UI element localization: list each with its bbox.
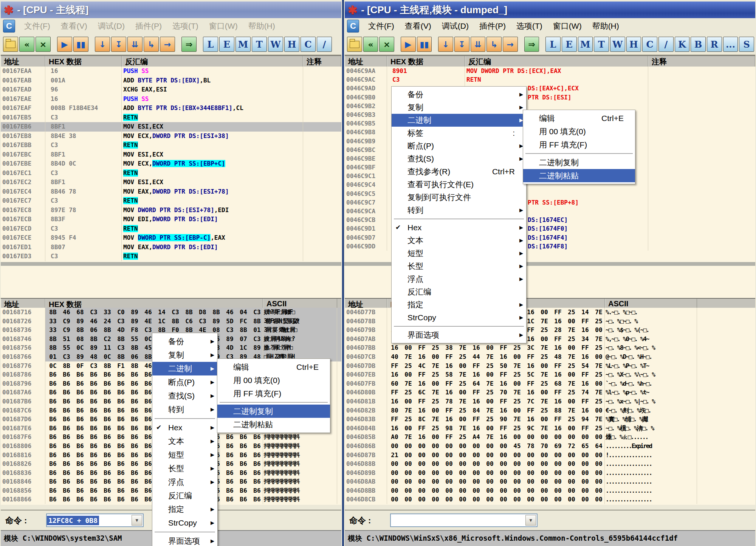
menubar-item[interactable]: 窗口(W)	[209, 21, 238, 31]
toolbar-animate-into-button[interactable]: ⇊	[127, 37, 143, 52]
disasm-row[interactable]: 00167EB68BF1MOV ESI,ECX	[1, 122, 341, 132]
dump-row[interactable]: 001687168B4668C333C0894614C38BD88B4604C3…	[1, 308, 341, 317]
disasm-row[interactable]: 0046C9ACC3RETN	[345, 75, 755, 84]
context-menu-item[interactable]: 查找(S)▶	[152, 389, 217, 403]
toolbar-letter-button[interactable]: M	[578, 37, 593, 52]
disasm-row[interactable]: 00167ECDC3RETN	[1, 224, 341, 234]
menubar-item[interactable]: 选项(T)	[516, 21, 542, 31]
disasm-row[interactable]: 00167ED18B07MOV EAX,DWORD PTR DS:[EDI]	[1, 243, 341, 252]
disasm-row[interactable]: 00167EAB001AADD BYTE PTR DS:[EDX],BL	[1, 76, 341, 85]
toolbar-letter-button[interactable]: K	[675, 37, 690, 52]
menubar-item[interactable]: 选项(T)	[172, 21, 198, 31]
context-menu-item[interactable]: 反汇编	[152, 489, 217, 503]
menubar-item[interactable]: 帮助(H)	[592, 21, 619, 31]
context-menu-item[interactable]: Hex✔▶	[392, 221, 526, 234]
dropdown-arrow-icon[interactable]: ▼	[132, 515, 142, 526]
toolbar-letter-button[interactable]: /	[658, 37, 674, 52]
disasm-row[interactable]: 00167ECB8B3FMOV EDI,DWORD PTR DS:[EDI]	[1, 215, 341, 224]
context-menu-item[interactable]: Hex✔▶	[152, 421, 217, 434]
dump-row[interactable]: 0046D87B21000000000000000000000000000000…	[345, 451, 755, 460]
context-menu-item[interactable]: 复制▶	[392, 101, 526, 114]
context-menu-item[interactable]: 二进制▶	[152, 362, 217, 375]
toolbar-letter-button[interactable]: ...	[723, 37, 738, 52]
dump-row[interactable]: 0046D7FB607E1600FF25647E1600FF25687E1600…	[345, 379, 755, 388]
context-menu-item[interactable]: 断点(P)▶	[392, 140, 526, 152]
dump-row[interactable]: 0016872633C9894624C3894E1C8BC6C3895DFC8B…	[1, 317, 341, 326]
menubar-item[interactable]: 调试(D)	[442, 21, 469, 31]
dump-row[interactable]: 0046D8BB00000000000000000000000000000000…	[345, 486, 755, 495]
toolbar-step-over-button[interactable]: ↧	[111, 37, 126, 52]
context-menu-item[interactable]: 界面选项▶	[392, 329, 526, 341]
context-menu-item[interactable]: 编辑Ctrl+E	[523, 112, 635, 125]
toolbar-letter-button[interactable]: T	[252, 37, 267, 52]
toolbar-pause-button[interactable]: ▮▮	[73, 37, 88, 52]
menubar-item[interactable]: 文件(F)	[368, 21, 394, 31]
context-menu-item[interactable]: 二进制粘贴	[217, 418, 330, 431]
menubar-item[interactable]: 文件(F)	[24, 21, 50, 31]
toolbar-letter-button[interactable]: E	[219, 37, 234, 52]
context-menu-item[interactable]: 指定▶	[152, 503, 217, 516]
context-menu-item[interactable]: 二进制复制	[217, 405, 330, 418]
toolbar-letter-button[interactable]: E	[562, 37, 577, 52]
disasm-row[interactable]: 00167EC1C3RETN	[1, 169, 341, 178]
dump-row[interactable]: 0046D7BB1600FF25387E1600FF253C7E1600FF25…	[345, 343, 755, 352]
toolbar-step-into-button[interactable]: ↓	[95, 37, 110, 52]
context-menu-item[interactable]: 二进制粘贴	[523, 169, 635, 182]
toolbar-close-button[interactable]: ×	[36, 37, 51, 52]
toolbar-letter-button[interactable]: M	[235, 37, 251, 52]
disasm-row[interactable]: 00167EAF008B F18B4E34ADD BYTE PTR DS:[EB…	[1, 104, 341, 113]
toolbar-letter-button[interactable]: L	[545, 37, 561, 52]
toolbar-letter-button[interactable]: H	[284, 37, 299, 52]
dump-row[interactable]: 0046D7EB1600FF25587E1600FF255C7E1600FF25…	[345, 370, 755, 379]
toolbar-step-over-button[interactable]: ↧	[454, 37, 469, 52]
toolbar-letter-button[interactable]: R	[707, 37, 722, 52]
toolbar-restart-button[interactable]: «	[363, 37, 378, 52]
context-menu-item[interactable]: 转到▶	[152, 403, 217, 416]
toolbar-close-button[interactable]: ×	[379, 37, 394, 52]
context-menu-item[interactable]: 长型▶	[152, 462, 217, 475]
disasm-row[interactable]: 00167EC48B46 78MOV EAX,DWORD PTR DS:[ESI…	[1, 187, 341, 197]
context-menu-item[interactable]: 用 FF 填充(F)	[217, 387, 330, 400]
disasm-row[interactable]: 00167EBC8BF1MOV ESI,ECX	[1, 150, 341, 160]
dump-row[interactable]: 0046D7CB407E1600FF25447E1600FF25487E1600…	[345, 352, 755, 361]
disasm-row[interactable]: 00167EB5C3RETN	[1, 113, 341, 123]
dump-row[interactable]: 0046D81B1600FF25787E1600FF257C7E1600FF25…	[345, 397, 755, 406]
dump-row[interactable]: 0046D8CB00000000000000000000000000000000…	[345, 495, 755, 504]
context-menu-item[interactable]: 二进制▶	[392, 114, 526, 127]
pane-splitter[interactable]	[1, 262, 341, 266]
disasm-row[interactable]: 00167EBE8B4D 0CMOV ECX,DWORD PTR SS:[EBP…	[1, 159, 341, 169]
disasm-row[interactable]: 00167EC7C3RETN	[1, 196, 341, 206]
toolbar-letter-button[interactable]: W	[610, 37, 625, 52]
disasm-row[interactable]: 00167ED3C3RETN	[1, 252, 341, 261]
context-menu-item[interactable]: 备份▶	[152, 335, 217, 348]
dropdown-arrow-icon[interactable]: ▼	[525, 515, 536, 526]
command-input[interactable]: ▼	[390, 513, 538, 527]
context-menu-item[interactable]: 短型▶	[152, 448, 217, 462]
menubar-item[interactable]: 插件(P)	[135, 21, 162, 31]
context-menu-item[interactable]: 长型▶	[392, 260, 526, 273]
dump-row[interactable]: 0046D80BFF256C7E1600FF25707E1600FF25747E…	[345, 388, 755, 397]
toolbar-letter-button[interactable]: S	[739, 37, 754, 52]
menubar-item[interactable]: 窗口(W)	[553, 21, 582, 31]
menubar-item[interactable]: 查看(V)	[61, 21, 87, 31]
toolbar-open-button[interactable]	[3, 37, 18, 52]
toolbar-letter-button[interactable]: W	[268, 37, 283, 52]
disasm-row[interactable]: 00167EAE16PUSH SS	[1, 95, 341, 104]
context-menu-item[interactable]: 二进制复制	[523, 156, 635, 169]
disasm-row[interactable]: 00167EB88B4E 38MOV ECX,DWORD PTR DS:[ESI…	[1, 132, 341, 141]
menubar-item[interactable]: 调试(D)	[98, 21, 125, 31]
disasm-row[interactable]: 00167EAD96XCHG EAX,ESI	[1, 85, 341, 95]
toolbar-pause-button[interactable]: ▮▮	[417, 37, 432, 52]
toolbar-letter-button[interactable]: C	[301, 37, 316, 52]
context-menu-item[interactable]: 复制▶	[152, 348, 217, 362]
toolbar-letter-button[interactable]: H	[626, 37, 641, 52]
toolbar-run-button[interactable]: ▶	[401, 37, 416, 52]
command-input[interactable]: 12FC8C + 0B8 ▼	[46, 513, 144, 527]
context-menu-item[interactable]: 编辑Ctrl+E	[217, 360, 330, 374]
context-menu-item[interactable]: 查看可执行文件(E)	[392, 178, 526, 191]
menubar-item[interactable]: 查看(V)	[405, 21, 431, 31]
toolbar-animate-over-button[interactable]: ↳	[486, 37, 502, 52]
context-menu-item[interactable]: 标签:	[392, 127, 526, 140]
toolbar-letter-button[interactable]: T	[594, 37, 609, 52]
toolbar-letter-button[interactable]: C	[642, 37, 657, 52]
